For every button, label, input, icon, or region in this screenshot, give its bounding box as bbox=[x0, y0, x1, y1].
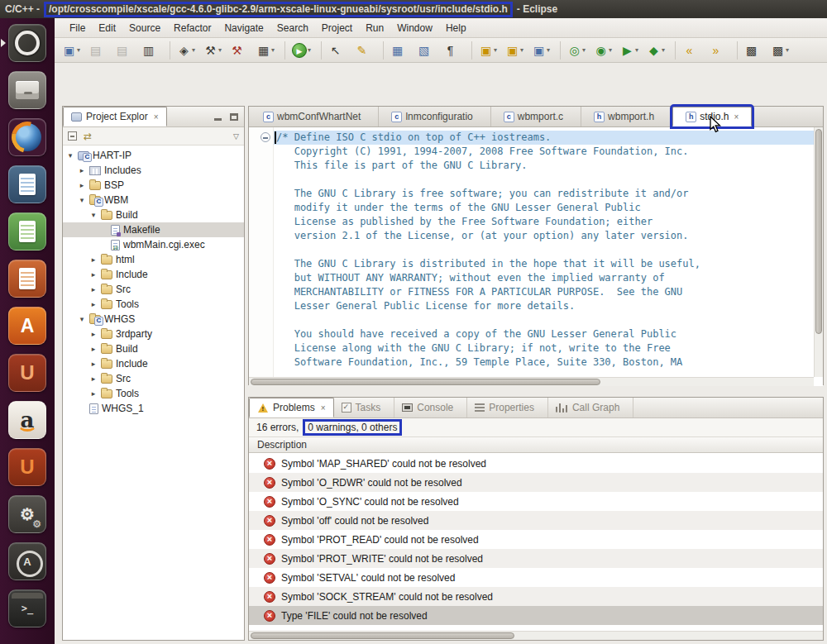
twistie-icon[interactable]: ▸ bbox=[89, 285, 98, 293]
launcher-ubuntu-one-music[interactable]: U bbox=[8, 448, 46, 486]
c-search-button[interactable]: ◎ ▾ bbox=[560, 41, 591, 60]
launcher-libreoffice-impress[interactable] bbox=[8, 260, 46, 298]
twistie-icon[interactable]: ▾ bbox=[78, 315, 86, 323]
editor-tab-wbmport-h[interactable]: h wbmport.h bbox=[581, 107, 672, 126]
tree-item-includes[interactable]: ▸ Includes bbox=[63, 163, 244, 178]
new-c-project-button[interactable]: ▣ ▾ bbox=[503, 41, 529, 60]
close-view-icon[interactable]: × bbox=[321, 403, 326, 413]
view-tab-console[interactable]: Console bbox=[394, 398, 467, 417]
problem-row[interactable]: Symbol 'MAP_SHARED' could not be resolve… bbox=[249, 454, 823, 473]
menu-item[interactable]: Run bbox=[359, 20, 390, 36]
editor-tab-wbmport-c[interactable]: c wbmport.c bbox=[491, 107, 581, 126]
problem-row[interactable]: Symbol 'PROT_READ' could not be resolved bbox=[249, 530, 823, 549]
menu-item[interactable]: Search bbox=[270, 20, 315, 36]
menu-item[interactable]: File bbox=[63, 20, 92, 36]
twistie-icon[interactable]: ▸ bbox=[89, 374, 98, 383]
show-whitespace-button[interactable]: ¶ bbox=[441, 41, 467, 60]
tree-item-whgs-tools[interactable]: ▸ Tools bbox=[63, 386, 244, 401]
show-block-grid-button[interactable]: ▧ bbox=[414, 41, 441, 60]
minimize-view-button[interactable] bbox=[212, 112, 224, 122]
twistie-icon[interactable]: ▸ bbox=[89, 270, 98, 279]
menu-item[interactable]: Help bbox=[439, 20, 473, 36]
twistie-icon[interactable]: ▾ bbox=[66, 151, 74, 160]
launcher-dash-home[interactable] bbox=[8, 24, 46, 62]
close-tab-icon[interactable]: × bbox=[734, 112, 739, 122]
run-external-tools-button[interactable]: ▶ ▾ bbox=[284, 41, 317, 60]
tree-item-wbmmain-cgi-exec[interactable]: wbmMain.cgi.exec bbox=[63, 237, 244, 252]
new-header-button[interactable]: ▣ ▾ bbox=[529, 41, 556, 60]
profile-button[interactable]: ◆ ▾ bbox=[644, 41, 671, 60]
menu-item[interactable]: Refactor bbox=[167, 20, 218, 36]
open-element-button[interactable]: ▩ bbox=[737, 41, 768, 60]
editor-tab-wbmconfwhartnet[interactable]: c wbmConfWhartNet bbox=[251, 107, 379, 126]
new-wizard-button[interactable]: ▣ ▾ bbox=[60, 41, 86, 60]
view-tab-call-graph[interactable]: Call Graph bbox=[548, 398, 633, 417]
twistie-icon[interactable]: ▸ bbox=[78, 181, 86, 189]
launcher-ubuntu-one[interactable]: U bbox=[8, 354, 46, 392]
tree-item-wbm[interactable]: ▾ WBM bbox=[63, 193, 244, 208]
build-all-button[interactable]: ⚒ ▾ bbox=[201, 41, 227, 60]
tree-item-whgs[interactable]: ▾ WHGS bbox=[63, 312, 244, 327]
problem-row[interactable]: Symbol 'off' could not be resolved bbox=[249, 511, 823, 530]
tree-item-whgs-3rdparty[interactable]: ▸ 3rdparty bbox=[63, 327, 244, 341]
launcher-software-center[interactable]: A bbox=[8, 307, 46, 345]
tree-item-wbm-tools[interactable]: ▸ Tools bbox=[63, 297, 244, 312]
tree-item-hart-ip[interactable]: ▾ HART-IP bbox=[63, 148, 244, 163]
tree-item-wbm-html[interactable]: ▸ html bbox=[63, 252, 244, 267]
link-with-editor-icon[interactable]: ⇄ bbox=[84, 131, 92, 142]
tree-item-whgs-1[interactable]: WHGS_1 bbox=[63, 401, 244, 416]
scrollbar-thumb[interactable] bbox=[815, 129, 822, 334]
menu-item[interactable]: Window bbox=[390, 20, 439, 36]
description-column-header[interactable]: Description bbox=[249, 436, 823, 453]
twistie-icon[interactable]: ▸ bbox=[89, 389, 98, 398]
launcher-amazon[interactable]: a bbox=[8, 401, 46, 439]
collapse-all-icon[interactable] bbox=[68, 131, 77, 141]
twistie-icon[interactable]: ▸ bbox=[89, 255, 98, 264]
menu-item[interactable]: Edit bbox=[92, 20, 122, 36]
editor-tab-lnmconfiguratio[interactable]: c lnmconfiguratio bbox=[379, 107, 490, 126]
twistie-icon[interactable]: ▸ bbox=[89, 330, 98, 338]
twistie-icon[interactable]: ▸ bbox=[89, 345, 98, 353]
save-button[interactable]: ▤ bbox=[86, 41, 112, 60]
launcher-libreoffice-calc[interactable] bbox=[8, 212, 46, 250]
twistie-icon[interactable]: ▾ bbox=[78, 196, 86, 204]
debug-button[interactable]: ◉ ▾ bbox=[591, 41, 618, 60]
tree-item-whgs-build[interactable]: ▸ Build bbox=[63, 341, 244, 356]
fold-collapse-icon[interactable] bbox=[261, 132, 270, 142]
back-button[interactable]: « bbox=[675, 41, 706, 60]
view-menu-icon[interactable]: ▽ bbox=[233, 132, 239, 141]
tree-item-bsp[interactable]: ▸ BSP bbox=[63, 178, 244, 193]
binary-config-button[interactable]: ▦ ▾ bbox=[254, 41, 280, 60]
tree-item-whgs-include[interactable]: ▸ Include bbox=[63, 356, 244, 371]
twistie-icon[interactable]: ▸ bbox=[89, 360, 98, 368]
pointer-mode-button[interactable]: ↖ bbox=[321, 41, 352, 60]
tree-item-wbm-build[interactable]: ▾ Build bbox=[63, 208, 244, 222]
tree-item-wbm-src[interactable]: ▸ Src bbox=[63, 282, 244, 297]
view-tab-properties[interactable]: Properties bbox=[467, 398, 548, 417]
forward-button[interactable]: » bbox=[706, 41, 733, 60]
menu-item[interactable]: Navigate bbox=[218, 20, 270, 36]
skip-breakpoints-button[interactable]: ◈ ▾ bbox=[170, 41, 201, 60]
view-tab-tasks[interactable]: Tasks bbox=[334, 398, 395, 417]
problem-row[interactable]: Symbol 'SETVAL' could not be resolved bbox=[249, 568, 823, 587]
code-editor[interactable]: /* Define ISO C stdio on top of C++ iost… bbox=[249, 127, 823, 386]
twistie-icon[interactable]: ▸ bbox=[78, 166, 86, 174]
tree-item-wbm-include[interactable]: ▸ Include bbox=[63, 267, 244, 282]
open-resource-button[interactable]: ▩ ▾ bbox=[768, 41, 795, 60]
run-button[interactable]: ▶ ▾ bbox=[618, 41, 644, 60]
show-whitespace-grid-button[interactable]: ▦ bbox=[383, 41, 414, 60]
launcher-terminal[interactable]: >_ bbox=[8, 589, 46, 627]
twistie-icon[interactable]: ▾ bbox=[89, 211, 98, 219]
print-button[interactable]: ▥ bbox=[139, 41, 165, 60]
new-c-source-button[interactable]: ▣ ▾ bbox=[471, 41, 503, 60]
launcher-firefox[interactable] bbox=[8, 118, 46, 156]
launcher-system-settings[interactable]: ⚙ bbox=[8, 495, 46, 533]
tree-item-whgs-src[interactable]: ▸ Src bbox=[63, 371, 244, 386]
problem-row[interactable]: Type 'FILE' could not be resolved bbox=[249, 606, 823, 625]
scrollbar-thumb[interactable] bbox=[251, 379, 600, 385]
launcher-files[interactable] bbox=[8, 71, 46, 109]
launcher-libreoffice-writer[interactable] bbox=[8, 165, 46, 203]
menu-item[interactable]: Source bbox=[122, 20, 167, 36]
twistie-icon[interactable]: ▸ bbox=[89, 300, 98, 308]
project-explorer-tab[interactable]: Project Explor × bbox=[63, 107, 167, 126]
